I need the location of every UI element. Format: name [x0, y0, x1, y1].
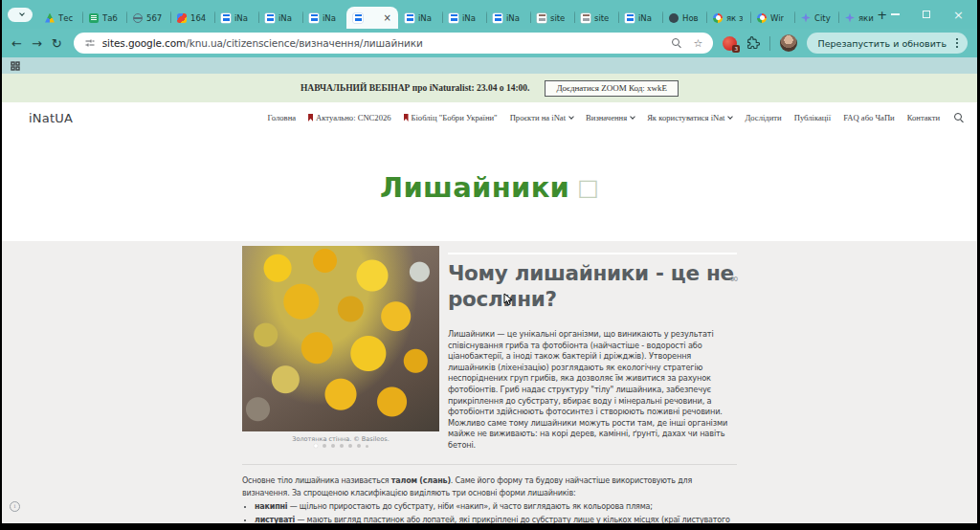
browser-tab-active[interactable]: ×	[346, 7, 398, 29]
tab-title: iNa	[638, 13, 652, 23]
minimize-icon[interactable]	[891, 13, 900, 14]
browser-tab[interactable]: 567	[126, 7, 170, 29]
sites-favicon-icon	[221, 13, 231, 23]
browser-tab[interactable]: iNa	[486, 7, 530, 29]
carousel-dot[interactable]	[340, 444, 344, 448]
mouse-cursor	[503, 293, 514, 306]
tab-title: Таб	[102, 13, 118, 23]
sites-favicon-icon	[353, 13, 363, 23]
browser-tab[interactable]: як з	[706, 7, 750, 29]
photo-caption: Золотянка стінна. © Basileos.	[242, 435, 439, 443]
tab-title: iNa	[462, 13, 476, 23]
browser-tab[interactable]: site	[574, 7, 618, 29]
extension-badge: 3	[732, 45, 740, 53]
browser-tab[interactable]: Нов	[662, 7, 706, 29]
restart-update-button[interactable]: Перезапустить и обновить	[807, 33, 968, 54]
menu-dots-icon[interactable]	[956, 42, 958, 44]
nav-item[interactable]: Біобліц "Бобри України"	[404, 113, 498, 122]
tab-title: iNa	[506, 13, 520, 23]
nav-item[interactable]: Актуально: CNC2026	[308, 113, 390, 122]
carousel-dot[interactable]	[331, 444, 335, 448]
browser-tab[interactable]: iNa	[258, 7, 302, 29]
window-controls: ×	[891, 9, 969, 21]
carousel-dot[interactable]	[357, 444, 361, 448]
bottom-intro-bold: талом (слань)	[391, 476, 451, 485]
apps-grid-icon[interactable]	[11, 61, 20, 71]
carousel-dot[interactable]	[323, 444, 326, 448]
tab-title: iNa	[323, 13, 336, 23]
carousel-dot[interactable]	[348, 444, 352, 448]
sites-favicon-icon	[405, 13, 414, 23]
tab-title: iNa	[418, 13, 432, 23]
close-window-icon[interactable]: ×	[953, 9, 964, 21]
tab-strip: ТесТаб567164iNaiNaiNa×iNaiNaiNasitesitei…	[2, 0, 977, 29]
nav-item-label: FAQ або ЧаПи	[843, 113, 895, 122]
toolbar-divider	[769, 36, 770, 51]
site-info-icon[interactable]	[84, 37, 96, 49]
section-paragraph: Лишайники — це унікальні організми, що в…	[448, 329, 737, 452]
anchor-link-icon[interactable]: ∞	[729, 272, 739, 285]
sites-info-button[interactable]: i	[10, 501, 20, 512]
browser-tab[interactable]: iNa	[398, 7, 442, 29]
sites-favicon-icon	[309, 13, 319, 23]
browser-tab[interactable]: Таб	[82, 7, 126, 29]
tab-search-button[interactable]	[8, 8, 33, 22]
carousel-dot[interactable]	[314, 444, 318, 448]
webinar-banner: НАВЧАЛЬНИЙ ВЕБІНАР про iNaturalist: 23.0…	[2, 74, 977, 102]
reload-icon[interactable]: ↻	[52, 37, 62, 50]
nav-item[interactable]: Проєкти на iNat	[510, 113, 573, 122]
browser-tab[interactable]: 164	[170, 7, 214, 29]
browser-tab[interactable]: iNa	[302, 7, 346, 29]
extensions-puzzle-icon[interactable]	[746, 36, 759, 50]
sites-favicon-icon	[265, 13, 275, 23]
browser-tab[interactable]: iNa	[214, 7, 258, 29]
maximize-icon[interactable]	[923, 11, 930, 18]
browser-tab[interactable]: site	[530, 7, 574, 29]
browser-tab[interactable]: Тес	[38, 7, 82, 29]
nav-item[interactable]: FAQ або ЧаПи	[843, 113, 895, 122]
tab-title: Тес	[58, 13, 73, 23]
gemini-favicon-icon	[845, 13, 855, 23]
browser-tab[interactable]: Wir	[750, 7, 794, 29]
list-item: накипні — щільно приростають до субстрат…	[255, 500, 740, 513]
section-heading: Чому лишайники - це не рослини?	[448, 260, 739, 312]
bookmark-star-icon[interactable]: ☆	[693, 37, 702, 50]
adblock-extension-icon[interactable]: 3	[723, 36, 737, 51]
back-icon[interactable]: ←	[11, 37, 22, 50]
address-bar[interactable]: sites.google.com/knu.ua/citizenscience/в…	[74, 33, 714, 54]
profile-avatar[interactable]	[780, 34, 797, 52]
nav-item[interactable]: Головна	[268, 113, 296, 122]
forward-icon[interactable]: →	[32, 37, 42, 50]
url-text: sites.google.com/knu.ua/citizenscience/в…	[102, 37, 423, 49]
nav-item-label: Контакти	[907, 113, 940, 122]
nav-item[interactable]: Визначення	[586, 113, 635, 122]
zoom-icon[interactable]	[672, 38, 681, 48]
tab-title: 567	[146, 13, 162, 23]
url-path: /knu.ua/citizenscience/визначення/лишайн…	[186, 37, 422, 49]
lichen-photo[interactable]	[242, 246, 439, 431]
site-header: iNatUA ГоловнаАктуально: CNC2026Біобліц …	[2, 102, 977, 133]
nav-item-label: Головна	[268, 113, 296, 122]
browser-tab[interactable]: iNa	[442, 7, 486, 29]
browser-tab[interactable]: яки	[838, 7, 882, 29]
search-icon[interactable]	[954, 113, 964, 122]
nav-item[interactable]: Публікації	[794, 113, 831, 122]
heading-divider	[448, 253, 737, 254]
chevron-down-icon	[728, 114, 734, 120]
nav-item-label: Проєкти на iNat	[510, 113, 566, 122]
nav-item[interactable]: Контакти	[907, 113, 940, 122]
tab-close-icon[interactable]: ×	[384, 13, 391, 23]
sites-favicon-icon	[449, 13, 458, 23]
sites-favicon-icon	[493, 13, 502, 23]
chevron-down-icon	[568, 114, 574, 120]
section-divider	[242, 464, 737, 465]
nav-item[interactable]: Дослідити	[745, 113, 781, 122]
zoom-join-button[interactable]: Доєднатися ZOOM Код: xwkE	[545, 80, 679, 97]
nav-item[interactable]: Як користуватися iNat	[647, 113, 732, 122]
site-logo[interactable]: iNatUA	[29, 111, 73, 125]
browser-tab[interactable]: City	[794, 7, 838, 29]
webinar-banner-text: НАВЧАЛЬНИЙ ВЕБІНАР про iNaturalist: 23.0…	[301, 83, 530, 93]
browser-tab[interactable]: iNa	[618, 7, 662, 29]
tab-title: як з	[726, 13, 743, 23]
carousel-dot[interactable]	[366, 445, 368, 448]
